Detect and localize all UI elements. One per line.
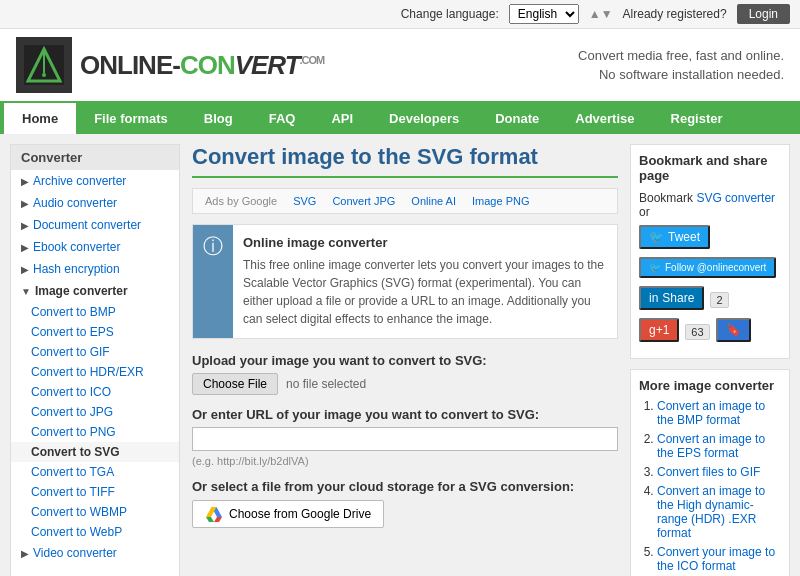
sidebar-item-document[interactable]: ▶ Document converter: [11, 214, 179, 236]
list-item: Convert an image to the BMP format: [657, 399, 781, 427]
url-input[interactable]: [192, 427, 618, 451]
sidebar-item-archive[interactable]: ▶ Archive converter: [11, 170, 179, 192]
more-link-5[interactable]: Convert your image to the ICO format: [657, 545, 775, 573]
upload-section: Upload your image you want to convert to…: [192, 353, 618, 528]
sidebar-item-ebook[interactable]: ▶ Ebook converter: [11, 236, 179, 258]
choose-file-row: Choose File no file selected: [192, 373, 618, 395]
list-item: Convert files to GIF: [657, 465, 781, 479]
svg-point-3: [42, 73, 46, 77]
nav-api[interactable]: API: [313, 103, 371, 134]
right-sidebar: Bookmark and share page Bookmark SVG con…: [630, 144, 790, 576]
ad-link-3[interactable]: Online AI: [411, 195, 456, 207]
linkedin-share-button[interactable]: in Share: [639, 286, 704, 310]
sidebar: Converter ▶ Archive converter ▶ Audio co…: [10, 144, 180, 576]
sidebar-item-hash[interactable]: ▶ Hash encryption: [11, 258, 179, 280]
desc-text-area: Online image converter This free online …: [233, 225, 617, 338]
already-registered-text: Already registered?: [623, 7, 727, 21]
svg-marker-6: [214, 517, 222, 522]
logo-text: ONLINE-CONVERT.COM: [80, 50, 324, 81]
more-title: More image converter: [639, 378, 781, 393]
share-count: 2: [710, 292, 728, 308]
ad-link-1[interactable]: SVG: [293, 195, 316, 207]
description-box: ⓘ Online image converter This free onlin…: [192, 224, 618, 339]
sidebar-sub-eps[interactable]: Convert to EPS: [11, 322, 179, 342]
url-hint: (e.g. http://bit.ly/b2dlVA): [192, 455, 618, 467]
linkedin-icon: in: [649, 291, 658, 305]
nav-blog[interactable]: Blog: [186, 103, 251, 134]
arrow-icon: ▶: [21, 176, 29, 187]
language-select[interactable]: English: [509, 4, 579, 24]
choose-file-button[interactable]: Choose File: [192, 373, 278, 395]
more-link-3[interactable]: Convert files to GIF: [657, 465, 760, 479]
sidebar-sub-gif[interactable]: Convert to GIF: [11, 342, 179, 362]
upload-label: Upload your image you want to convert to…: [192, 353, 618, 368]
sidebar-sub-svg[interactable]: Convert to SVG: [11, 442, 179, 462]
top-bar: Change language: English ▲▼ Already regi…: [0, 0, 800, 29]
follow-button[interactable]: 🐦 Follow @onlineconvert: [639, 257, 776, 278]
desc-body: This free online image converter lets yo…: [243, 256, 607, 328]
nav-file-formats[interactable]: File formats: [76, 103, 186, 134]
gplus-count: 63: [685, 324, 709, 340]
more-converters-box: More image converter Convert an image to…: [630, 369, 790, 576]
sidebar-sub-ico[interactable]: Convert to ICO: [11, 382, 179, 402]
sidebar-sub-wbmp[interactable]: Convert to WBMP: [11, 502, 179, 522]
desc-icon: ⓘ: [193, 225, 233, 338]
nav: Home File formats Blog FAQ API Developer…: [0, 103, 800, 134]
nav-home[interactable]: Home: [4, 103, 76, 134]
sidebar-sub-jpg[interactable]: Convert to JPG: [11, 402, 179, 422]
share-row: in Share 2: [639, 286, 781, 314]
google-drive-label: Choose from Google Drive: [229, 507, 371, 521]
login-button[interactable]: Login: [737, 4, 790, 24]
nav-advertise[interactable]: Advertise: [557, 103, 652, 134]
arrow-icon: ▶: [21, 264, 29, 275]
list-item: Convert an image to the High dynamic-ran…: [657, 484, 781, 540]
follow-row: 🐦 Follow @onlineconvert: [639, 257, 781, 282]
nav-register[interactable]: Register: [653, 103, 741, 134]
sidebar-sub-tga[interactable]: Convert to TGA: [11, 462, 179, 482]
ad-link-2[interactable]: Convert JPG: [332, 195, 395, 207]
sidebar-sub-hdr[interactable]: Convert to HDR/EXR: [11, 362, 179, 382]
desc-title: Online image converter: [243, 235, 607, 250]
delicious-button[interactable]: 🔖: [716, 318, 751, 342]
change-language-label: Change language:: [401, 7, 499, 21]
arrow-icon: ▶: [21, 548, 29, 559]
page-title: Convert image to the SVG format: [192, 144, 618, 178]
more-list: Convert an image to the BMP format Conve…: [639, 399, 781, 576]
logo-icon: [16, 37, 72, 93]
sidebar-item-video[interactable]: ▶ Video converter: [11, 542, 179, 564]
sidebar-item-audio[interactable]: ▶ Audio converter: [11, 192, 179, 214]
nav-donate[interactable]: Donate: [477, 103, 557, 134]
gplus-button[interactable]: g+1: [639, 318, 679, 342]
arrow-icon: ▶: [21, 220, 29, 231]
gdrive-icon: [205, 505, 223, 523]
sidebar-sub-png[interactable]: Convert to PNG: [11, 422, 179, 442]
header: ONLINE-CONVERT.COM Convert media free, f…: [0, 29, 800, 103]
bookmark-title: Bookmark and share page: [639, 153, 781, 183]
arrow-icon: ▶: [21, 198, 29, 209]
tweet-row: 🐦 Tweet: [639, 225, 781, 253]
list-item: Convert your image to the ICO format: [657, 545, 781, 573]
svg-marker-5: [206, 517, 214, 522]
twitter-icon-2: 🐦: [649, 262, 661, 273]
more-link-1[interactable]: Convert an image to the BMP format: [657, 399, 765, 427]
more-link-2[interactable]: Convert an image to the EPS format: [657, 432, 765, 460]
info-icon: ⓘ: [203, 233, 223, 260]
main-content: Convert image to the SVG format Ads by G…: [180, 144, 630, 576]
more-link-4[interactable]: Convert an image to the High dynamic-ran…: [657, 484, 765, 540]
google-drive-button[interactable]: Choose from Google Drive: [192, 500, 384, 528]
svg-converter-link[interactable]: SVG converter: [696, 191, 775, 205]
sidebar-sub-bmp[interactable]: Convert to BMP: [11, 302, 179, 322]
nav-faq[interactable]: FAQ: [251, 103, 314, 134]
cloud-title: Or select a file from your cloud storage…: [192, 479, 618, 494]
nav-developers[interactable]: Developers: [371, 103, 477, 134]
sidebar-item-image[interactable]: ▼ Image converter: [11, 280, 179, 302]
twitter-icon: 🐦: [649, 230, 664, 244]
tweet-button[interactable]: 🐦 Tweet: [639, 225, 710, 249]
ad-label: Ads by Google: [205, 195, 277, 207]
ad-link-4[interactable]: Image PNG: [472, 195, 529, 207]
ad-bar: Ads by Google SVG Convert JPG Online AI …: [192, 188, 618, 214]
arrow-icon: ▶: [21, 242, 29, 253]
sidebar-sub-tiff[interactable]: Convert to TIFF: [11, 482, 179, 502]
sidebar-sub-webp[interactable]: Convert to WebP: [11, 522, 179, 542]
bookmark-text: Bookmark SVG converter or: [639, 191, 781, 219]
